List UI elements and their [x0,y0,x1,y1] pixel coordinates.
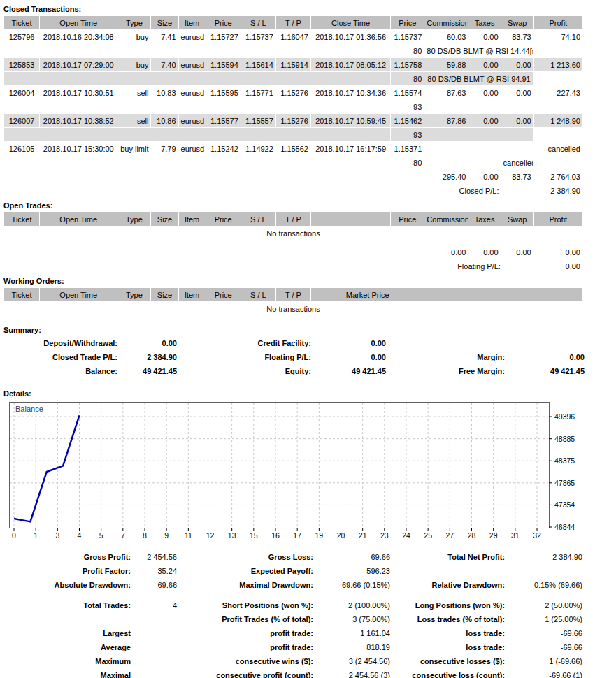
cell-profit [534,72,582,85]
cell-total-commission: 0.00 [424,245,468,259]
trade-subrow: 93 [4,128,582,141]
cell-close_time: 2018.10.17 10:34:36 [311,86,390,99]
stats-row: Maximumconsecutive wins ($):3 (2 454.56)… [3,654,588,668]
stats-row: Maximalconsecutive profit (count):2 454.… [3,668,588,678]
column-header: Close Time [311,16,390,29]
x-tick-label: 31 [511,531,520,540]
cell-close_time: 2018.10.17 16:17:59 [311,142,390,155]
column-header: Taxes [468,212,500,226]
stat-label [3,612,131,626]
y-tick-label: 46844 [554,523,575,531]
stat-value: 596.23 [313,564,390,578]
stat-label: loss trade: [390,626,505,640]
cell-tp: 1.15276 [276,114,310,127]
stat-value: 2 (100.00%) [313,598,390,612]
cell-blank [4,156,390,169]
column-header: Ticket [4,16,39,29]
balance-chart-svg: 0134578911121315161719202123242527282931… [9,402,589,542]
summary-value: 0.00 [505,350,585,364]
column-header: Item [179,288,206,301]
stat-value: -69.66 [505,626,582,640]
cell-size: 10.83 [151,86,178,99]
cell-taxes [468,156,500,169]
y-tick-label: 48375 [554,456,575,465]
stat-value [131,640,177,654]
column-header: Price [206,16,241,29]
cell-total-profit: 0.00 [534,245,582,259]
cell-tp: 1.15914 [276,58,310,71]
x-tick-label: 8 [143,531,147,540]
cell-comment: 80 DS/DB BLMT @ RSI 94.91 [424,72,533,85]
stats-row: Profit Trades (% of total):3 (75.00%)Los… [3,612,588,626]
cell-close-price: 93 [391,128,424,141]
table-header-row: TicketOpen TimeTypeSizeItemPriceS / LT /… [4,288,582,301]
cell-profit [534,128,582,141]
summary-grid: Deposit/Withdrawal:0.00Credit Facility:0… [3,336,588,378]
column-header: Size [151,16,178,29]
closed-transactions-table: TicketOpen TimeTypeSizeItemPriceS / LT /… [3,15,583,198]
cell-close_time: 2018.10.17 01:36:56 [311,30,390,43]
stat-value: 3 (75.00%) [313,612,390,626]
cell-blank [4,170,424,183]
open-trades-table: TicketOpen TimeTypeSizeItemPriceS / LT /… [3,212,583,273]
cell-profit: 1 213.60 [534,58,582,71]
x-tick-label: 5 [99,531,103,540]
stat-label: consecutive loss (count): [390,668,505,678]
column-header: Ticket [4,212,39,226]
column-header: S / L [241,16,275,29]
totals-row: 0.000.000.000.00 [4,245,582,259]
stat-value: 1 (25.00%) [505,612,582,626]
x-tick-label: 12 [206,531,215,540]
details-stats: Gross Profit:2 454.56Gross Loss:69.66Tot… [3,550,588,678]
cell-size: 10.86 [151,114,178,127]
y-tick-label: 47865 [554,479,575,487]
column-header: T / P [276,16,310,29]
summary-value [505,336,585,350]
cell-profit: 74.10 [534,30,582,43]
stat-label: loss trade: [390,640,505,654]
cell-comment: 80 DS/DB BLMT @ RSI 14.44[sl] [424,44,533,57]
column-header: Ticket [4,288,39,301]
cell-tp: 1.15562 [276,142,310,155]
working-orders-title: Working Orders: [3,277,588,285]
cell-profit: 1 248.90 [534,114,582,127]
cell-taxes: 0.00 [468,114,500,127]
x-tick-label: 27 [445,531,454,540]
column-header: Market Price [311,288,424,301]
summary-label [386,336,505,350]
summary-value: 49 421.45 [117,364,177,378]
x-tick-label: 19 [315,531,323,540]
cell-swap: cancelled [501,156,533,169]
cell-commission: -60.03 [424,30,468,43]
summary-row: Deposit/Withdrawal:0.00Credit Facility:0… [3,336,588,350]
stat-label: Maximum [3,654,131,668]
x-tick-label: 25 [424,531,432,540]
stats-row: Gross Profit:2 454.56Gross Loss:69.66Tot… [3,550,588,564]
cell-tp: 1.16047 [276,30,310,43]
cell-total-swap: -83.73 [501,170,533,183]
totals-row: -295.400.00-83.732 764.03 [4,170,582,183]
summary-label: Free Margin: [386,364,505,378]
stat-value: 818.19 [313,640,390,654]
trade-subrow: 93 [4,100,582,113]
summary-value: 0.00 [311,336,386,350]
cell-blank [4,72,390,85]
trade-row: 1258532018.10.17 07:29:00buy7.40eurusd1.… [4,58,582,71]
stats-row: Absolute Drawdown:69.66Maximal Drawdown:… [3,578,588,592]
cell-total-profit: 2 764.03 [534,170,582,183]
cell-type: buy [117,58,150,71]
x-tick-label: 24 [402,531,410,540]
cell-blank [4,184,424,197]
x-tick-label: 1 [34,531,38,540]
cell-price: 1.15242 [206,142,241,155]
cell-taxes: 0.00 [468,58,500,71]
x-tick-label: 29 [489,531,498,540]
cell-comment [424,128,533,141]
floating-pl-label: Floating P/L: [424,259,533,273]
cell-tp: 1.15276 [276,86,310,99]
stats-row: Total Trades:4Short Positions (won %):2 … [3,598,588,612]
cell-taxes: 0.00 [468,30,500,43]
column-header: Swap [501,16,533,29]
summary-title: Summary: [3,326,588,334]
cell-size: 7.40 [151,58,178,71]
